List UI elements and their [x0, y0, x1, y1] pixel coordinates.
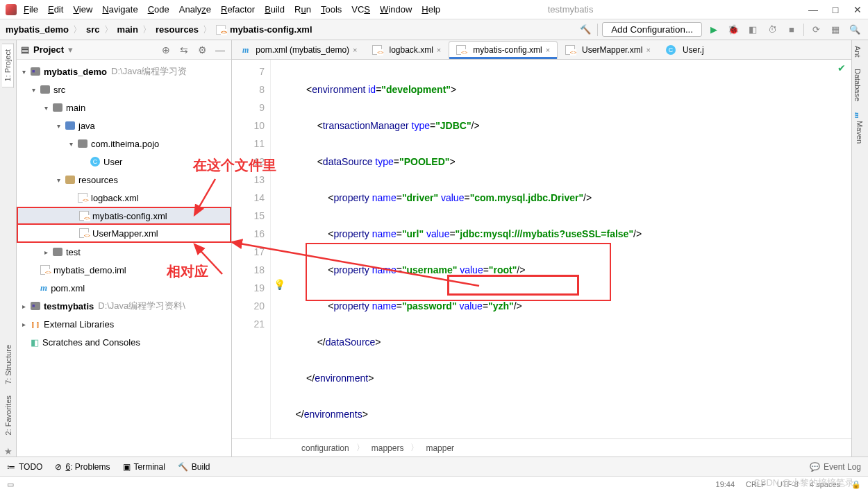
menu-edit[interactable]: Edit: [48, 4, 63, 15]
tree-node-scratches[interactable]: ◧Scratches and Consoles: [17, 333, 231, 351]
watermark: CSDN @小黎的培培笔录: [753, 477, 854, 489]
structure-icon[interactable]: ▦: [828, 22, 843, 37]
close-icon[interactable]: ×: [437, 46, 441, 54]
tool-tab-ant[interactable]: Ant: [852, 40, 863, 63]
menu-window[interactable]: Window: [380, 4, 412, 15]
menu-run[interactable]: Run: [294, 4, 311, 15]
tool-tab-project[interactable]: 1: Project: [2, 43, 14, 87]
close-icon[interactable]: ×: [353, 46, 357, 54]
tree-node-iml[interactable]: mybatis_demo.iml: [17, 261, 231, 279]
lightbulb-icon[interactable]: 💡: [274, 279, 285, 290]
app-logo-icon: [6, 4, 17, 15]
breadcrumb-item[interactable]: src: [86, 24, 100, 35]
tab-usermapper[interactable]: UserMapper.xml×: [558, 41, 658, 59]
title-bar: File Edit View Navigate Code Analyze Ref…: [0, 0, 868, 19]
add-configuration-button[interactable]: Add Configuration...: [602, 22, 702, 37]
chevron-down-icon[interactable]: ▾: [68, 44, 73, 55]
tree-node-testmybatis[interactable]: ▸testmybatisD:\Java编程学习资料\: [17, 297, 231, 315]
tree-node-src[interactable]: ▾src: [17, 80, 231, 99]
breadcrumb-item[interactable]: mybatis-config.xml: [230, 24, 312, 35]
tree-node-usermapper[interactable]: UserMapper.xml: [17, 225, 231, 243]
event-log[interactable]: 💬Event Log: [810, 462, 861, 472]
menu-help[interactable]: Help: [422, 4, 440, 15]
tool-todo[interactable]: ≔TODO: [7, 462, 42, 472]
status-icon[interactable]: ▭: [7, 480, 14, 489]
main-menu: File Edit View Navigate Code Analyze Ref…: [24, 4, 440, 15]
tab-logback[interactable]: logback.xml×: [365, 41, 449, 59]
tool-tab-favorites[interactable]: 2: Favorites: [3, 390, 14, 441]
tree-node-java[interactable]: ▾java: [17, 117, 231, 135]
tab-pom[interactable]: mpom.xml (mybatis_demo)×: [235, 41, 365, 59]
editor-tabs: mpom.xml (mybatis_demo)× logback.xml× my…: [232, 40, 851, 60]
breadcrumb: mybatis_demo〉 src〉 main〉 resources〉 myba…: [6, 24, 312, 36]
breadcrumb-item[interactable]: resources: [156, 24, 199, 35]
tool-tab-structure[interactable]: 7: Structure: [3, 339, 14, 390]
tool-terminal[interactable]: ▣Terminal: [123, 462, 165, 472]
panel-icon: ▤: [21, 44, 29, 55]
minimize-icon[interactable]: —: [808, 4, 818, 15]
panel-title: Project: [33, 44, 64, 55]
tree-node-resources[interactable]: ▾resources: [17, 171, 231, 189]
stop-icon[interactable]: ■: [784, 22, 799, 37]
tree-node-logback[interactable]: logback.xml: [17, 189, 231, 207]
tool-tab-maven[interactable]: mMaven: [852, 107, 867, 150]
run-icon[interactable]: ▶: [706, 22, 721, 37]
code-breadcrumb: configuration〉 mappers〉 mapper: [232, 438, 851, 457]
tool-tab-database[interactable]: Database: [852, 63, 863, 107]
star-icon: ★: [4, 446, 12, 457]
code-content[interactable]: <environment id="development"> <transact…: [271, 60, 851, 438]
xml-file-icon: [216, 25, 226, 35]
tree-node-pom[interactable]: mpom.xml: [17, 279, 231, 297]
hammer-icon[interactable]: 🔨: [578, 22, 593, 37]
debug-icon[interactable]: 🐞: [726, 22, 741, 37]
profile-icon[interactable]: ⏱: [765, 22, 780, 37]
tree-node-main[interactable]: ▾main: [17, 99, 231, 117]
tab-mybatis-config[interactable]: mybatis-config.xml×: [449, 41, 558, 59]
crumb-item[interactable]: configuration: [301, 443, 349, 453]
tree-node-root[interactable]: ▾mybatis_demoD:\Java编程学习资: [17, 62, 231, 80]
expand-icon[interactable]: ⇆: [177, 43, 191, 57]
close-icon[interactable]: ×: [546, 46, 550, 54]
menu-vcs[interactable]: VCS: [351, 4, 370, 15]
search-icon[interactable]: 🔍: [847, 22, 862, 37]
menu-view[interactable]: View: [73, 4, 92, 15]
line-gutter: 7891011 1213141516 1718192021: [232, 60, 271, 438]
crumb-item[interactable]: mapper: [426, 443, 454, 453]
bottom-tool-bar: ≔TODO ⊘6: Problems ▣Terminal 🔨Build 💬Eve…: [0, 457, 868, 476]
tab-user[interactable]: CUser.j: [658, 41, 712, 59]
close-icon[interactable]: ×: [646, 46, 650, 54]
editor-area: mpom.xml (mybatis_demo)× logback.xml× my…: [232, 40, 851, 457]
toolbar: mybatis_demo〉 src〉 main〉 resources〉 myba…: [0, 19, 868, 40]
left-tool-gutter: 1: Project 7: Structure 2: Favorites ★: [0, 40, 17, 457]
target-icon[interactable]: ⊕: [159, 43, 173, 57]
tool-problems[interactable]: ⊘6: Problems: [55, 462, 110, 472]
git-update-icon[interactable]: ⟳: [808, 22, 824, 37]
close-icon[interactable]: ✕: [853, 4, 862, 15]
tree-node-user-class[interactable]: CUser: [17, 153, 231, 171]
status-bar: ▭ 19:44 CRLF UTF-8 4 spaces 🔒: [0, 476, 868, 493]
tree-node-external-libs[interactable]: ▸⫿⫿External Libraries: [17, 315, 231, 333]
menu-file[interactable]: File: [24, 4, 38, 15]
tree-node-mybatis-config[interactable]: mybatis-config.xml: [17, 207, 231, 225]
crumb-item[interactable]: mappers: [372, 443, 404, 453]
gear-icon[interactable]: ⚙: [195, 43, 209, 57]
breadcrumb-item[interactable]: mybatis_demo: [6, 24, 69, 35]
tree-node-test[interactable]: ▸test: [17, 243, 231, 261]
maximize-icon[interactable]: □: [831, 4, 840, 15]
menu-navigate[interactable]: Navigate: [102, 4, 137, 15]
tree-node-package[interactable]: ▾com.itheima.pojo: [17, 135, 231, 153]
menu-code[interactable]: Code: [148, 4, 169, 15]
breadcrumb-item[interactable]: main: [117, 24, 138, 35]
window-project-name: testmybatis: [548, 4, 594, 15]
coverage-icon[interactable]: ◧: [745, 22, 760, 37]
menu-build[interactable]: Build: [265, 4, 285, 15]
menu-tools[interactable]: Tools: [321, 4, 342, 15]
status-time: 19:44: [716, 480, 735, 489]
code-editor[interactable]: ✔ 7891011 1213141516 1718192021 <environ…: [232, 60, 851, 438]
menu-analyze[interactable]: Analyze: [179, 4, 211, 15]
menu-refactor[interactable]: Refactor: [221, 4, 255, 15]
hide-icon[interactable]: —: [213, 43, 227, 57]
tool-build[interactable]: 🔨Build: [178, 462, 210, 472]
right-tool-gutter: Ant Database mMaven: [851, 40, 868, 457]
project-tree: ▾mybatis_demoD:\Java编程学习资 ▾src ▾main ▾ja…: [17, 60, 231, 457]
